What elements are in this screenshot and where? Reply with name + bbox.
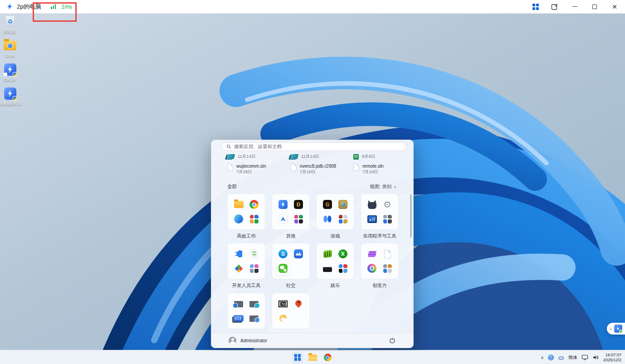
- username-label[interactable]: Administrator: [240, 338, 267, 343]
- tile-icon-slot: [336, 262, 350, 275]
- onscreen-keyboard-icon: [234, 315, 244, 321]
- tile-icon-slot: [292, 212, 305, 226]
- tile-icon-slot: [247, 198, 261, 211]
- recent-file-name: nvenc8.pdb.r2908: [300, 164, 336, 169]
- tray-time: 16:07:07: [603, 353, 621, 358]
- tile-icon-slot: [247, 262, 261, 275]
- minimize-button[interactable]: [571, 3, 579, 11]
- search-icon: [226, 144, 231, 149]
- blank-document-icon: [384, 250, 391, 258]
- black-wallet-icon: [323, 267, 332, 272]
- tile-icon-slot: [276, 198, 290, 211]
- tile-icon-slot: [381, 262, 394, 275]
- taskbar: ∧ 简体 16:07:07 2025/12/2: [0, 350, 625, 364]
- screen-magnifier-icon: [234, 301, 243, 307]
- category-tile-row2-1[interactable]: [272, 293, 310, 329]
- start-button[interactable]: [292, 352, 303, 363]
- utility-group-icon: [383, 215, 392, 223]
- tile-icon-slot: [232, 262, 245, 275]
- tile-icon-slot: [292, 247, 305, 261]
- desktop-icon-folder-link[interactable]: LINK: [0, 39, 23, 58]
- wujie-app-icon: [4, 63, 16, 76]
- desktop-icon-wujie-portable-app[interactable]: 无界随身3.0: [0, 87, 23, 106]
- monitor-chart-icon: [367, 215, 377, 223]
- file-explorer-button[interactable]: [307, 352, 318, 363]
- edge-icon: [234, 214, 243, 223]
- close-button[interactable]: ×: [610, 3, 619, 11]
- tray-clock[interactable]: 16:07:07 2025/12/2: [603, 353, 621, 362]
- recent-file-date: 7月18日: [300, 169, 336, 175]
- category-tile-其他[interactable]: [272, 194, 310, 230]
- category-tile-开发人员工具[interactable]: [227, 243, 265, 279]
- remote-floating-toolbar[interactable]: «: [607, 323, 625, 335]
- desktop-icon-wujie-app[interactable]: GKUA: [0, 63, 23, 82]
- tray-date: 2025/12/2: [603, 358, 621, 363]
- recent-file-item[interactable]: wujiecomm.sln7月28日: [227, 164, 266, 175]
- category-tile-高效工作[interactable]: [227, 194, 265, 230]
- category-tile-娱乐[interactable]: [316, 243, 354, 279]
- tile-icon-slot: [276, 212, 290, 226]
- camera-group-icon: [383, 264, 392, 273]
- apps-grid-icon[interactable]: [532, 4, 539, 10]
- tile-icon-slot: [365, 262, 379, 275]
- volume-icon[interactable]: [592, 354, 599, 360]
- category-tile-row2-0[interactable]: [227, 293, 265, 329]
- category-tile-游戏[interactable]: [316, 194, 354, 230]
- vscode-icon: [234, 249, 243, 258]
- remote-desktop-viewport: ♻回收站LINKGKUA无界随身3.0 搜索应用、设置和文档 11月14日11月…: [0, 14, 625, 350]
- desktop-icon-label: 回收站: [0, 29, 23, 34]
- recent-item-clipped[interactable]: 11月14日: [227, 154, 255, 160]
- tile-icon-slot: [321, 262, 334, 275]
- start-menu-scrollbar[interactable]: [410, 194, 412, 238]
- document-icon: [291, 164, 297, 171]
- recent-item-clipped[interactable]: 11月14日: [291, 154, 319, 160]
- cast-display-icon[interactable]: [581, 354, 588, 360]
- recent-file-name: wujiecomm.sln: [236, 164, 266, 169]
- power-button[interactable]: [389, 337, 396, 344]
- media-group-icon: [339, 264, 347, 273]
- chrome-button[interactable]: [322, 352, 333, 363]
- session-note-icon[interactable]: [551, 3, 559, 11]
- maximize-button[interactable]: [591, 3, 599, 11]
- narrator-icon: [249, 301, 259, 307]
- category-tile-实用程序与工具[interactable]: [361, 194, 399, 230]
- dev-group-icon: [250, 264, 259, 273]
- tray-overflow-chevron-icon[interactable]: ∧: [541, 355, 544, 360]
- recycle-bin-icon: ♻: [4, 15, 16, 28]
- category-tile-社交[interactable]: [272, 243, 310, 279]
- recent-item-date: 8月8日: [362, 154, 376, 160]
- desktop-icon-recycle-bin[interactable]: ♻回收站: [0, 15, 23, 34]
- start-menu-panel: 搜索应用、设置和文档 11月14日11月14日8月8日 wujiecomm.sl…: [211, 140, 414, 348]
- misc-group-icon: [294, 215, 303, 223]
- paint-3d-icon: [367, 264, 376, 273]
- map-pin-icon: [294, 299, 303, 308]
- blue-t-app-icon: [278, 214, 288, 223]
- recent-file-item[interactable]: nvenc8.pdb.r29087月18日: [291, 164, 336, 175]
- remote-app-titlebar: 2p的电脑 1ms ×: [0, 0, 625, 14]
- recent-item-clipped[interactable]: 8月8日: [353, 154, 376, 160]
- settings-gear-icon: [383, 200, 392, 209]
- tile-icon-slot: [336, 212, 350, 226]
- wechat-icon: [278, 264, 288, 273]
- view-category-selector[interactable]: 视图: 类别 ∨: [370, 184, 396, 190]
- blue-butterfly-icon: [323, 214, 332, 223]
- recent-file-name: remote.sln: [362, 164, 384, 169]
- start-search-input[interactable]: 搜索应用、设置和文档: [222, 142, 406, 151]
- tile-icon-slot: [232, 198, 245, 211]
- tile-icon-slot: [247, 297, 261, 311]
- skype-icon: [278, 249, 288, 258]
- user-avatar[interactable]: [229, 337, 236, 345]
- tile-icon-slot: [292, 262, 305, 275]
- desktop-icon-label: LINK: [0, 53, 23, 58]
- excel-file-icon: [353, 154, 359, 160]
- category-tile-创造力[interactable]: [361, 243, 399, 279]
- desktop-icon-label: 无界随身3.0: [0, 101, 23, 106]
- start-menu-user-bar: Administrator: [211, 333, 413, 348]
- tray-cloud-swoosh-icon[interactable]: [558, 355, 564, 360]
- tray-globe-icon[interactable]: [548, 354, 554, 360]
- folder-icon: [234, 201, 244, 208]
- recent-file-date: 7月10日: [362, 169, 384, 175]
- games-group-icon: [339, 215, 347, 223]
- recent-file-item[interactable]: remote.sln7月10日: [353, 164, 384, 175]
- ime-language-indicator[interactable]: 简体: [568, 354, 577, 361]
